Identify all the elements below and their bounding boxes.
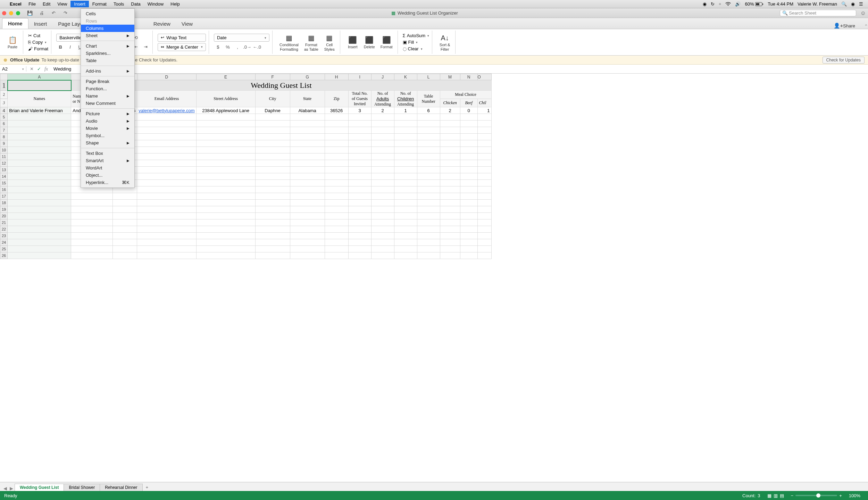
zoom-in-button[interactable]: + — [839, 493, 842, 498]
time-machine-icon[interactable]: ↻ — [711, 1, 715, 7]
row-header-24[interactable]: 24 — [0, 239, 8, 246]
percent-icon[interactable]: % — [224, 43, 232, 51]
cell-f26[interactable] — [255, 252, 290, 259]
cell-h21[interactable] — [325, 219, 348, 226]
name-box[interactable]: A2▾ — [0, 66, 26, 72]
cell-n6[interactable] — [460, 120, 477, 127]
cell-f12[interactable] — [255, 160, 290, 167]
hdr-city[interactable]: City — [255, 91, 290, 107]
col-header-h[interactable]: H — [325, 74, 348, 80]
row-header-22[interactable]: 22 — [0, 226, 8, 233]
col-header-j[interactable]: J — [371, 74, 394, 80]
cell-k5[interactable] — [394, 114, 417, 120]
collapse-ribbon-icon[interactable]: ⌃ — [864, 24, 868, 29]
col-header-m[interactable]: M — [440, 74, 460, 80]
cell-k7[interactable] — [394, 127, 417, 134]
cell-m18[interactable] — [440, 200, 460, 206]
cell-a6[interactable] — [8, 120, 71, 127]
cell-h5[interactable] — [325, 114, 348, 120]
ribbon-tab-view[interactable]: View — [176, 19, 198, 29]
cell-g19[interactable] — [290, 206, 325, 213]
cell-a26[interactable] — [8, 252, 71, 259]
cell-j11[interactable] — [371, 153, 394, 160]
row-header-15[interactable]: 15 — [0, 180, 8, 186]
cell-l8[interactable] — [417, 134, 440, 140]
cell-o7[interactable] — [477, 127, 491, 134]
cell-n26[interactable] — [460, 252, 477, 259]
cell-o9[interactable] — [477, 140, 491, 147]
cell-c17[interactable] — [113, 193, 137, 200]
cell-l23[interactable] — [417, 233, 440, 239]
cell-d22[interactable] — [137, 226, 196, 233]
cell-a19[interactable] — [8, 206, 71, 213]
row-header-21[interactable]: 21 — [0, 219, 8, 226]
cell-m10[interactable] — [440, 147, 460, 153]
cell-m12[interactable] — [440, 160, 460, 167]
cell-d6[interactable] — [137, 120, 196, 127]
cell-i16[interactable] — [348, 186, 371, 193]
cell-g13[interactable] — [290, 167, 325, 173]
cell-a25[interactable] — [8, 246, 71, 252]
cell-o8[interactable] — [477, 134, 491, 140]
autosum-button[interactable]: Σ AutoSum ▾ — [403, 33, 429, 38]
cell-m15[interactable] — [440, 180, 460, 186]
cell-a10[interactable] — [8, 147, 71, 153]
cell-i14[interactable] — [348, 173, 371, 180]
cell-i25[interactable] — [348, 246, 371, 252]
cell-o18[interactable] — [477, 200, 491, 206]
cell-m13[interactable] — [440, 167, 460, 173]
cell-e12[interactable] — [196, 160, 255, 167]
cell-j9[interactable] — [371, 140, 394, 147]
cell-b26[interactable] — [71, 252, 113, 259]
insert-menu-text-box[interactable]: Text Box — [81, 150, 134, 157]
cell-n12[interactable] — [460, 160, 477, 167]
scroll-sheets-right-icon[interactable]: ▶ — [8, 486, 15, 491]
cell-j26[interactable] — [371, 252, 394, 259]
cell-j16[interactable] — [371, 186, 394, 193]
cell-m7[interactable] — [440, 127, 460, 134]
cell-i26[interactable] — [348, 252, 371, 259]
cell-l21[interactable] — [417, 219, 440, 226]
cell-b25[interactable] — [71, 246, 113, 252]
number-format-combo[interactable]: Date▾ — [214, 34, 269, 42]
col-header-e[interactable]: E — [196, 74, 255, 80]
menu-tools[interactable]: Tools — [110, 1, 127, 7]
cell-o21[interactable] — [477, 219, 491, 226]
cell-k24[interactable] — [394, 239, 417, 246]
cell-b18[interactable] — [71, 200, 113, 206]
cell-l24[interactable] — [417, 239, 440, 246]
format-painter-button[interactable]: 🖌 Format — [28, 46, 48, 51]
cell-a16[interactable] — [8, 186, 71, 193]
cell-e8[interactable] — [196, 134, 255, 140]
cell-f4[interactable]: Daphne — [255, 107, 290, 114]
row-header-2[interactable]: 2 — [0, 91, 8, 99]
cell-i6[interactable] — [348, 120, 371, 127]
cell-j7[interactable] — [371, 127, 394, 134]
cell-o10[interactable] — [477, 147, 491, 153]
cell-j15[interactable] — [371, 180, 394, 186]
cell-d25[interactable] — [137, 246, 196, 252]
cell-m16[interactable] — [440, 186, 460, 193]
cell-e18[interactable] — [196, 200, 255, 206]
cell-l6[interactable] — [417, 120, 440, 127]
col-header-n[interactable]: N — [460, 74, 477, 80]
cell-d20[interactable] — [137, 213, 196, 219]
cell-k17[interactable] — [394, 193, 417, 200]
cell-c25[interactable] — [113, 246, 137, 252]
bold-button[interactable]: B — [56, 43, 65, 51]
cell-d16[interactable] — [137, 186, 196, 193]
menu-window[interactable]: Window — [144, 1, 167, 7]
cell-l14[interactable] — [417, 173, 440, 180]
cell-k14[interactable] — [394, 173, 417, 180]
cell-b21[interactable] — [71, 219, 113, 226]
menu-view[interactable]: View — [54, 1, 70, 7]
print-icon[interactable]: 🖨 — [37, 9, 46, 17]
cell-d26[interactable] — [137, 252, 196, 259]
cell-c19[interactable] — [113, 206, 137, 213]
cell-f20[interactable] — [255, 213, 290, 219]
cell-l5[interactable] — [417, 114, 440, 120]
check-for-updates-button[interactable]: Check for Updates — [823, 57, 865, 64]
copy-button[interactable]: ⎘ Copy ▾ — [28, 40, 48, 45]
cell-g24[interactable] — [290, 239, 325, 246]
cell-g22[interactable] — [290, 226, 325, 233]
